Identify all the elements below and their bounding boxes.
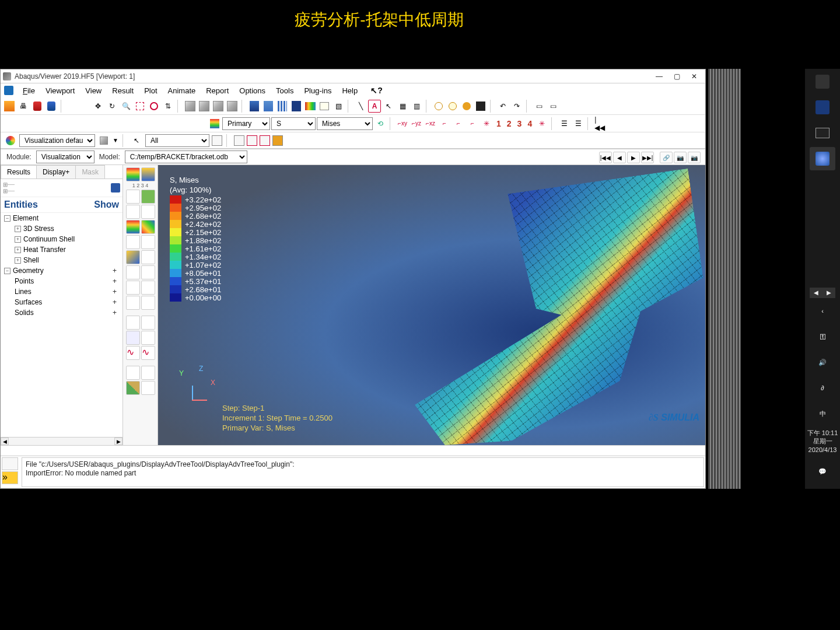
tray-chevron-icon[interactable]: ‹ [810,299,835,323]
overlay-icon[interactable] [141,205,155,219]
cycle-view-icon[interactable]: ⇅ [162,100,174,113]
tree-pane[interactable]: −Element +3D Stress +Continuum Shell +He… [1,213,123,437]
fit-icon[interactable] [148,100,160,113]
render1-icon[interactable] [248,100,261,113]
anim-save-icon[interactable] [141,296,155,310]
iso2-icon[interactable] [198,100,211,113]
first-frame-icon[interactable]: |◀◀ [594,117,607,130]
cli-prompt-icon[interactable]: » [2,471,18,484]
taskbar-scroll[interactable]: ◀▶ [810,288,835,298]
isosurface-icon[interactable] [126,235,140,249]
menu-tools[interactable]: Tools [271,85,298,96]
variable-select[interactable]: S [271,117,316,130]
ladder2-icon[interactable]: ☰ [572,117,584,130]
position-select[interactable]: Primary [222,117,270,130]
cube-dd-icon[interactable] [97,134,110,147]
help-pointer-icon[interactable]: ↖? [366,85,387,96]
viewcut-icon[interactable] [126,381,140,395]
taskbar-clock[interactable]: 下午 10:11 星期一 2020/4/13 [807,426,838,456]
camera1-icon[interactable]: 📷 [674,152,687,163]
menu-view[interactable]: View [80,85,106,96]
db-red-icon[interactable] [31,100,44,113]
sel-poly-icon[interactable] [260,135,270,146]
xy-data-icon[interactable] [126,316,140,330]
undeformed-icon[interactable] [126,190,140,204]
anim-time-icon[interactable] [141,281,155,295]
view-4[interactable]: 4 [525,119,534,128]
quilt-icon[interactable] [141,220,155,234]
anim-harmonic-icon[interactable] [126,296,140,310]
tensor-icon[interactable] [141,235,155,249]
first-button[interactable]: |◀◀ [599,152,612,163]
tree-shell[interactable]: Shell [23,256,39,264]
last-button[interactable]: ▶▶| [641,152,654,163]
tray-network-icon[interactable]: ∂ [810,376,835,400]
view-1[interactable]: 1 [494,119,503,128]
dark-arrow-icon[interactable] [474,100,487,113]
collapse-icon[interactable]: − [4,268,10,274]
link-views-icon[interactable]: 🔗 [660,152,673,163]
probe-icon[interactable] [126,366,140,380]
csys-xy-icon[interactable]: ⌐xy [396,117,409,130]
prev-button[interactable]: ◀ [613,152,626,163]
minimize-button[interactable]: — [650,71,668,82]
menu-result[interactable]: Result [107,85,138,96]
material-icon[interactable] [141,250,155,264]
tree-continuum-shell[interactable]: Continuum Shell [23,235,75,243]
triad2-icon[interactable]: ✳ [536,117,548,130]
pan-icon[interactable]: ✥ [92,100,104,113]
play-button[interactable]: ▶ [627,152,640,163]
stream-icon[interactable] [141,366,155,380]
tree-3d-stress[interactable]: 3D Stress [23,225,54,233]
tree-lines[interactable]: Lines [15,288,32,296]
both-shape-icon[interactable] [126,205,140,219]
anim-scale-icon[interactable] [126,281,140,295]
xy-table-icon[interactable] [126,331,140,345]
redo-icon[interactable]: ↷ [510,100,523,113]
grid2-icon[interactable]: ▥ [410,100,423,113]
plot-symbol-icon[interactable] [141,167,155,181]
undo-icon[interactable]: ↶ [496,100,509,113]
text-annotation-icon[interactable]: A [368,100,381,113]
ply-icon[interactable] [126,265,140,279]
rotate-icon[interactable]: ↻ [106,100,118,113]
line-tool-icon[interactable]: ╲ [354,100,367,113]
view-2[interactable]: 2 [505,119,514,128]
tab-results[interactable]: Results [1,165,37,178]
expand-icon[interactable]: + [15,247,21,253]
grid1-icon[interactable]: ▦ [396,100,409,113]
viewport[interactable]: S, Mises (Avg: 100%) +3.22e+02+2.95e+02+… [158,165,705,445]
view-3[interactable]: 3 [515,119,524,128]
csys-neg-yz-icon[interactable]: ⌐ [452,117,465,130]
csys-neg-xy-icon[interactable]: ⌐ [438,117,451,130]
model-tree-icon[interactable]: ▭ [533,100,545,113]
expand-icon[interactable]: + [15,226,21,232]
tab-display-plus[interactable]: Display+ [36,165,76,178]
component-select[interactable]: Mises [317,117,373,130]
menu-plugins[interactable]: Plug-ins [299,85,336,96]
db-blue-icon[interactable] [45,100,58,113]
iso4-icon[interactable] [226,100,239,113]
tray-notifications-icon[interactable]: 💬 [810,460,835,483]
ladder1-icon[interactable]: ☰ [558,117,570,130]
circle1-icon[interactable] [432,100,445,113]
tray-ime-icon[interactable]: 中 [810,402,835,425]
selection-filter-select[interactable]: All [145,134,209,147]
tray-wifi-icon[interactable]: ⚿ [810,325,835,348]
iso1-icon[interactable] [184,100,197,113]
path-icon[interactable]: ∿ [126,346,140,360]
tree-h-scrollbar[interactable]: ◀▶ [1,437,123,445]
iso3-icon[interactable] [212,100,225,113]
tree-heat-transfer[interactable]: Heat Transfer [23,246,66,254]
camera2-icon[interactable]: 📷 [688,152,701,163]
banded-icon[interactable] [126,220,140,234]
ply2-icon[interactable] [141,265,155,279]
plot-contour-icon[interactable] [126,167,140,181]
sel-circle-icon[interactable] [247,135,257,146]
taskbar-fesafe-icon[interactable] [810,96,835,119]
tree-element[interactable]: Element [13,214,38,222]
taskbar-cmd-icon[interactable] [810,121,835,145]
csys-neg-xz-icon[interactable]: ⌐ [466,117,479,130]
module-select[interactable]: Visualization [36,150,94,163]
circle3-icon[interactable] [460,100,473,113]
